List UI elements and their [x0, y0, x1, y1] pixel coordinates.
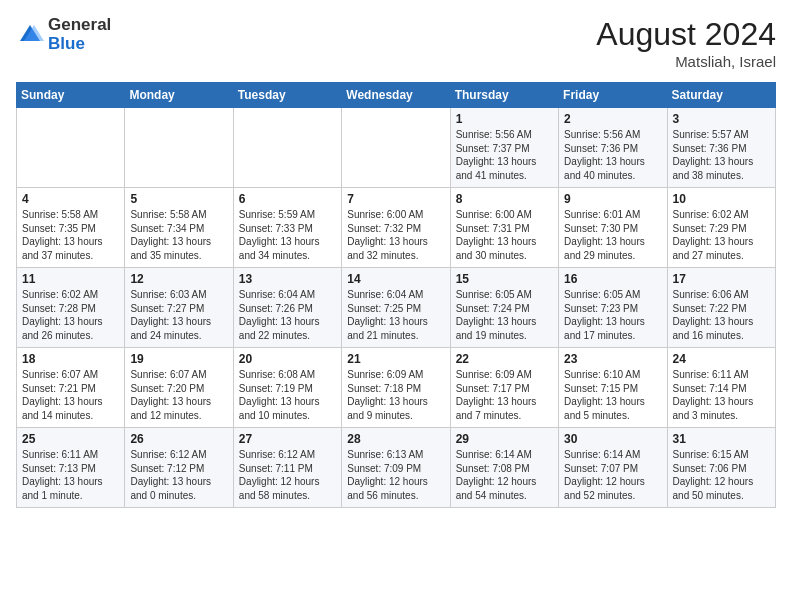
table-row: 9Sunrise: 6:01 AM Sunset: 7:30 PM Daylig… — [559, 188, 667, 268]
day-info: Sunrise: 6:07 AM Sunset: 7:20 PM Dayligh… — [130, 368, 227, 422]
day-number: 31 — [673, 432, 770, 446]
logo-icon — [16, 21, 44, 49]
day-info: Sunrise: 6:00 AM Sunset: 7:31 PM Dayligh… — [456, 208, 553, 262]
day-info: Sunrise: 5:58 AM Sunset: 7:35 PM Dayligh… — [22, 208, 119, 262]
table-row: 14Sunrise: 6:04 AM Sunset: 7:25 PM Dayli… — [342, 268, 450, 348]
table-row — [17, 108, 125, 188]
day-number: 10 — [673, 192, 770, 206]
day-number: 30 — [564, 432, 661, 446]
table-row: 16Sunrise: 6:05 AM Sunset: 7:23 PM Dayli… — [559, 268, 667, 348]
location: Matsliah, Israel — [596, 53, 776, 70]
table-row: 2Sunrise: 5:56 AM Sunset: 7:36 PM Daylig… — [559, 108, 667, 188]
calendar-table: Sunday Monday Tuesday Wednesday Thursday… — [16, 82, 776, 508]
table-row: 1Sunrise: 5:56 AM Sunset: 7:37 PM Daylig… — [450, 108, 558, 188]
day-number: 16 — [564, 272, 661, 286]
day-number: 8 — [456, 192, 553, 206]
day-info: Sunrise: 6:02 AM Sunset: 7:29 PM Dayligh… — [673, 208, 770, 262]
header-wednesday: Wednesday — [342, 83, 450, 108]
day-info: Sunrise: 5:58 AM Sunset: 7:34 PM Dayligh… — [130, 208, 227, 262]
day-info: Sunrise: 6:05 AM Sunset: 7:24 PM Dayligh… — [456, 288, 553, 342]
day-info: Sunrise: 6:14 AM Sunset: 7:08 PM Dayligh… — [456, 448, 553, 502]
day-info: Sunrise: 6:06 AM Sunset: 7:22 PM Dayligh… — [673, 288, 770, 342]
day-info: Sunrise: 6:08 AM Sunset: 7:19 PM Dayligh… — [239, 368, 336, 422]
day-info: Sunrise: 5:59 AM Sunset: 7:33 PM Dayligh… — [239, 208, 336, 262]
day-info: Sunrise: 5:56 AM Sunset: 7:36 PM Dayligh… — [564, 128, 661, 182]
table-row: 28Sunrise: 6:13 AM Sunset: 7:09 PM Dayli… — [342, 428, 450, 508]
day-info: Sunrise: 6:13 AM Sunset: 7:09 PM Dayligh… — [347, 448, 444, 502]
day-info: Sunrise: 5:56 AM Sunset: 7:37 PM Dayligh… — [456, 128, 553, 182]
day-number: 11 — [22, 272, 119, 286]
day-number: 18 — [22, 352, 119, 366]
day-number: 23 — [564, 352, 661, 366]
table-row: 5Sunrise: 5:58 AM Sunset: 7:34 PM Daylig… — [125, 188, 233, 268]
day-info: Sunrise: 6:03 AM Sunset: 7:27 PM Dayligh… — [130, 288, 227, 342]
table-row: 19Sunrise: 6:07 AM Sunset: 7:20 PM Dayli… — [125, 348, 233, 428]
day-info: Sunrise: 6:12 AM Sunset: 7:12 PM Dayligh… — [130, 448, 227, 502]
table-row — [125, 108, 233, 188]
table-row: 15Sunrise: 6:05 AM Sunset: 7:24 PM Dayli… — [450, 268, 558, 348]
day-number: 25 — [22, 432, 119, 446]
table-row — [233, 108, 341, 188]
day-number: 4 — [22, 192, 119, 206]
day-number: 2 — [564, 112, 661, 126]
day-number: 7 — [347, 192, 444, 206]
calendar-week-3: 11Sunrise: 6:02 AM Sunset: 7:28 PM Dayli… — [17, 268, 776, 348]
day-info: Sunrise: 6:01 AM Sunset: 7:30 PM Dayligh… — [564, 208, 661, 262]
calendar-week-1: 1Sunrise: 5:56 AM Sunset: 7:37 PM Daylig… — [17, 108, 776, 188]
table-row — [342, 108, 450, 188]
table-row: 27Sunrise: 6:12 AM Sunset: 7:11 PM Dayli… — [233, 428, 341, 508]
day-number: 15 — [456, 272, 553, 286]
day-info: Sunrise: 6:02 AM Sunset: 7:28 PM Dayligh… — [22, 288, 119, 342]
table-row: 20Sunrise: 6:08 AM Sunset: 7:19 PM Dayli… — [233, 348, 341, 428]
day-info: Sunrise: 5:57 AM Sunset: 7:36 PM Dayligh… — [673, 128, 770, 182]
day-info: Sunrise: 6:09 AM Sunset: 7:18 PM Dayligh… — [347, 368, 444, 422]
day-number: 29 — [456, 432, 553, 446]
day-number: 14 — [347, 272, 444, 286]
table-row: 10Sunrise: 6:02 AM Sunset: 7:29 PM Dayli… — [667, 188, 775, 268]
day-number: 19 — [130, 352, 227, 366]
day-info: Sunrise: 6:11 AM Sunset: 7:14 PM Dayligh… — [673, 368, 770, 422]
calendar-week-4: 18Sunrise: 6:07 AM Sunset: 7:21 PM Dayli… — [17, 348, 776, 428]
header-friday: Friday — [559, 83, 667, 108]
day-info: Sunrise: 6:10 AM Sunset: 7:15 PM Dayligh… — [564, 368, 661, 422]
day-number: 28 — [347, 432, 444, 446]
day-info: Sunrise: 6:04 AM Sunset: 7:25 PM Dayligh… — [347, 288, 444, 342]
table-row: 24Sunrise: 6:11 AM Sunset: 7:14 PM Dayli… — [667, 348, 775, 428]
day-number: 26 — [130, 432, 227, 446]
header-monday: Monday — [125, 83, 233, 108]
table-row: 21Sunrise: 6:09 AM Sunset: 7:18 PM Dayli… — [342, 348, 450, 428]
month-year: August 2024 — [596, 16, 776, 53]
header-saturday: Saturday — [667, 83, 775, 108]
table-row: 17Sunrise: 6:06 AM Sunset: 7:22 PM Dayli… — [667, 268, 775, 348]
day-info: Sunrise: 6:12 AM Sunset: 7:11 PM Dayligh… — [239, 448, 336, 502]
logo-blue: Blue — [48, 35, 111, 54]
table-row: 22Sunrise: 6:09 AM Sunset: 7:17 PM Dayli… — [450, 348, 558, 428]
logo: General Blue — [16, 16, 111, 53]
page-header: General Blue August 2024 Matsliah, Israe… — [16, 16, 776, 70]
table-row: 23Sunrise: 6:10 AM Sunset: 7:15 PM Dayli… — [559, 348, 667, 428]
table-row: 6Sunrise: 5:59 AM Sunset: 7:33 PM Daylig… — [233, 188, 341, 268]
table-row: 4Sunrise: 5:58 AM Sunset: 7:35 PM Daylig… — [17, 188, 125, 268]
day-number: 12 — [130, 272, 227, 286]
day-number: 27 — [239, 432, 336, 446]
day-number: 21 — [347, 352, 444, 366]
day-number: 1 — [456, 112, 553, 126]
table-row: 18Sunrise: 6:07 AM Sunset: 7:21 PM Dayli… — [17, 348, 125, 428]
table-row: 30Sunrise: 6:14 AM Sunset: 7:07 PM Dayli… — [559, 428, 667, 508]
calendar-body: 1Sunrise: 5:56 AM Sunset: 7:37 PM Daylig… — [17, 108, 776, 508]
header-thursday: Thursday — [450, 83, 558, 108]
header-row: Sunday Monday Tuesday Wednesday Thursday… — [17, 83, 776, 108]
logo-general: General — [48, 16, 111, 35]
day-info: Sunrise: 6:15 AM Sunset: 7:06 PM Dayligh… — [673, 448, 770, 502]
table-row: 11Sunrise: 6:02 AM Sunset: 7:28 PM Dayli… — [17, 268, 125, 348]
table-row: 8Sunrise: 6:00 AM Sunset: 7:31 PM Daylig… — [450, 188, 558, 268]
day-number: 24 — [673, 352, 770, 366]
table-row: 3Sunrise: 5:57 AM Sunset: 7:36 PM Daylig… — [667, 108, 775, 188]
day-info: Sunrise: 6:05 AM Sunset: 7:23 PM Dayligh… — [564, 288, 661, 342]
table-row: 26Sunrise: 6:12 AM Sunset: 7:12 PM Dayli… — [125, 428, 233, 508]
table-row: 29Sunrise: 6:14 AM Sunset: 7:08 PM Dayli… — [450, 428, 558, 508]
header-tuesday: Tuesday — [233, 83, 341, 108]
day-info: Sunrise: 6:14 AM Sunset: 7:07 PM Dayligh… — [564, 448, 661, 502]
day-info: Sunrise: 6:00 AM Sunset: 7:32 PM Dayligh… — [347, 208, 444, 262]
day-number: 22 — [456, 352, 553, 366]
